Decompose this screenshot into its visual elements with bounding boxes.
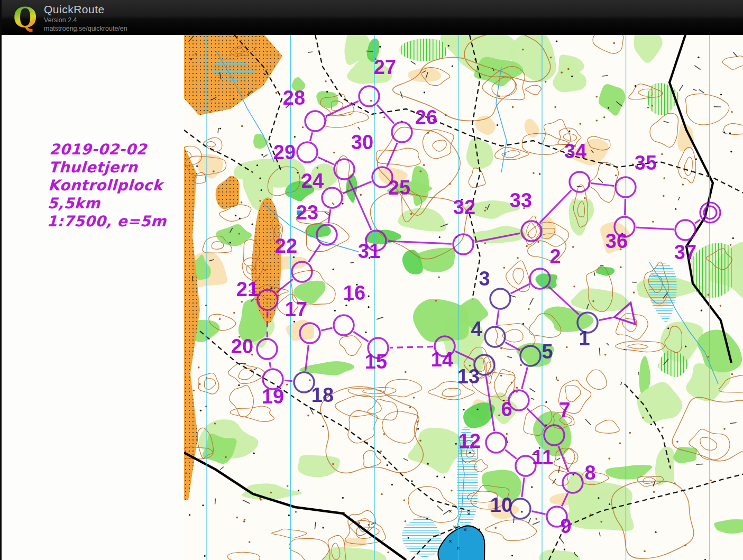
svg-text:×: × [463, 526, 467, 534]
control-number-27: 27 [374, 56, 396, 78]
control-number-28: 28 [283, 87, 305, 109]
control-number-6: 6 [501, 398, 512, 420]
control-number-22: 22 [275, 235, 297, 257]
control-number-9: 9 [560, 515, 571, 537]
control-number-18: 18 [311, 384, 334, 406]
control-number-24: 24 [301, 170, 324, 192]
control-number-34: 34 [564, 140, 586, 162]
control-number-30: 30 [351, 131, 373, 153]
control-number-31: 31 [358, 240, 380, 262]
app-url: matstroeng.se/quickroute/en [44, 25, 127, 33]
control-number-26: 26 [415, 106, 437, 128]
control-number-29: 29 [273, 141, 296, 163]
control-number-19: 19 [262, 385, 284, 408]
app-title: QuickRoute [44, 3, 127, 16]
control-number-15: 15 [365, 351, 387, 373]
annotation-scale: 1:7500, e=5m [47, 213, 183, 231]
control-number-1: 1 [579, 327, 590, 350]
svg-text:×: × [453, 524, 456, 531]
control-number-8: 8 [584, 462, 595, 484]
control-number-14: 14 [431, 348, 453, 371]
svg-text:×: × [448, 538, 452, 545]
control-number-32: 32 [453, 196, 475, 218]
header-titles: QuickRoute Version 2.4 matstroeng.se/qui… [44, 3, 127, 33]
control-number-20: 20 [231, 335, 253, 357]
control-number-11: 11 [532, 446, 553, 469]
control-number-7: 7 [559, 399, 570, 421]
annotation-place: Thuletjern [49, 159, 185, 177]
control-number-4: 4 [471, 318, 482, 340]
control-number-2: 2 [549, 245, 561, 268]
app-version: Version 2.4 [44, 16, 127, 24]
quickroute-logo-icon: Q [13, 2, 41, 33]
svg-text:×: × [448, 508, 452, 515]
app-header: Q QuickRoute Version 2.4 matstroeng.se/q… [2, 0, 743, 35]
orienteering-map[interactable]: ×××××× 123456789101112131415161718192021… [184, 35, 743, 560]
control-number-35: 35 [635, 152, 657, 174]
control-number-13: 13 [457, 365, 480, 388]
control-number-5: 5 [542, 341, 553, 363]
control-number-23: 23 [296, 201, 318, 224]
course-annotation: 2019-02-02 Thuletjern Kontrollplock 5,5k… [47, 141, 186, 231]
control-number-37: 37 [674, 241, 696, 263]
control-number-12: 12 [458, 430, 481, 452]
control-number-21: 21 [236, 278, 259, 300]
map-margin: 2019-02-02 Thuletjern Kontrollplock 5,5k… [2, 35, 184, 560]
annotation-course: Kontrollplock 5,5km [47, 177, 184, 213]
control-number-25: 25 [388, 177, 410, 199]
control-number-36: 36 [606, 230, 628, 252]
map-terrain: ×××××× [184, 35, 743, 560]
logo-letter: Q [13, 1, 37, 33]
control-number-10: 10 [490, 494, 512, 516]
control-number-33: 33 [510, 189, 532, 212]
svg-text:×: × [467, 510, 471, 518]
quickroute-window: Q QuickRoute Version 2.4 matstroeng.se/q… [0, 0, 743, 560]
control-number-17: 17 [285, 298, 307, 320]
control-number-16: 16 [343, 282, 365, 304]
control-number-3: 3 [479, 268, 490, 290]
annotation-date: 2019-02-02 [49, 141, 186, 159]
